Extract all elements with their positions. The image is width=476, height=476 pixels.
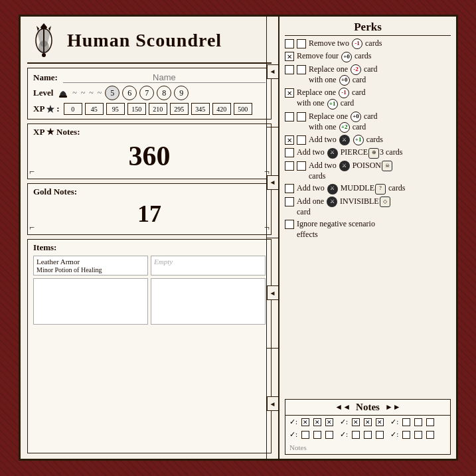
notes-check-4-2[interactable] — [313, 431, 321, 439]
name-input[interactable] — [63, 72, 266, 83]
perk-text-4: Replace one -1 card with one +1 card — [297, 88, 451, 110]
notes-check-6-2[interactable] — [414, 431, 422, 439]
arrow-section-4: ◄ — [267, 349, 278, 459]
level-9[interactable]: 9 — [174, 86, 189, 100]
perk-check-11a[interactable] — [285, 220, 294, 229]
scroll-up-3[interactable]: ◄ — [267, 285, 279, 300]
perk-text-3: Replace one -2 card with one +0 card — [309, 64, 451, 86]
arrow-section-1: ◄ — [267, 17, 278, 127]
atk-icon-9: ⚔ — [327, 184, 338, 195]
xp-45: 45 — [85, 103, 104, 115]
xp-345: 345 — [191, 103, 210, 115]
level-label: Level — [33, 88, 53, 98]
atk-icon-8: ⚔ — [339, 161, 350, 171]
perk-row-6: Add two ⚔ +1 cards — [285, 135, 451, 145]
perk-check-5b[interactable] — [297, 112, 306, 121]
left-scroll-arrows: ◄ ◄ ◄ ◄ — [266, 17, 278, 459]
perks-section: Perks Remove two -1 cards Remove four +0… — [285, 21, 451, 395]
items-bottom-grid — [33, 278, 266, 325]
perk-check-6a[interactable] — [285, 135, 294, 145]
notes-check-1-3[interactable] — [325, 418, 333, 426]
check-mark-4: ✓: — [289, 430, 297, 439]
svg-point-2 — [39, 40, 49, 54]
perk-check-8a[interactable] — [285, 161, 294, 171]
svg-marker-5 — [46, 105, 54, 113]
perk-check-3b[interactable] — [297, 65, 306, 74]
badge-zero5: +0 — [351, 112, 361, 122]
notes-check-6-3[interactable] — [426, 431, 434, 439]
perk-check-1b[interactable] — [297, 39, 306, 48]
perk-row-4: Replace one -1 card with one +1 card — [285, 88, 451, 110]
scroll-up-4[interactable]: ◄ — [267, 396, 279, 411]
perk-check-9a[interactable] — [285, 184, 294, 193]
perk-check-7a[interactable] — [285, 148, 294, 157]
notes-check-5-3[interactable] — [376, 431, 384, 439]
xp-420: 420 — [212, 103, 231, 115]
perk-check-8b[interactable] — [297, 161, 306, 171]
notes-check-3-3[interactable] — [426, 418, 434, 426]
notes-arrow-right: ►► — [385, 402, 401, 412]
level-6[interactable]: 6 — [122, 86, 137, 100]
item-big-2 — [151, 278, 266, 325]
xp-notes-section: XP ★ Notes: 360 ⌐ ¬ — [27, 123, 272, 179]
notes-arrow-left: ◄◄ — [335, 402, 351, 412]
badge-minus3: -2 — [351, 64, 361, 75]
character-icon — [27, 22, 60, 58]
gold-notes-header: Gold Notes: — [33, 187, 266, 197]
badge-minus1: -1 — [352, 39, 362, 49]
notes-check-1-2[interactable] — [313, 418, 321, 426]
character-sheet: Human Scoundrel Name: Level ~ ~ ~ ~ 5 6 — [19, 15, 458, 461]
perk-check-5a[interactable] — [285, 112, 294, 121]
perk-row-8: Add two ⚔ POISON☠ cards — [285, 161, 451, 182]
gold-corner-bl: ⌐ — [29, 222, 35, 233]
notes-check-1-1[interactable] — [301, 418, 309, 426]
scroll-up-2[interactable]: ◄ — [267, 175, 279, 190]
atk-icon-10: ⚔ — [327, 197, 337, 207]
level-row: Level ~ ~ ~ ~ 5 6 7 8 9 — [33, 86, 266, 100]
item-2: Empty — [151, 256, 266, 276]
perk-check-2a[interactable] — [285, 52, 294, 61]
level-dash-1: ~ — [72, 88, 78, 98]
perk-text-10: Add one ⚔ INVISIBLE◇ card — [297, 197, 451, 218]
name-section: Name: Level ~ ~ ~ ~ 5 6 7 8 9 — [27, 68, 272, 119]
notes-check-6-1[interactable] — [402, 431, 410, 439]
xp-notes-header: XP ★ Notes: — [33, 127, 266, 137]
notes-check-4-3[interactable] — [325, 431, 333, 439]
check-mark-1: ✓: — [289, 418, 297, 426]
badge-plus5: +2 — [339, 122, 350, 133]
perk-check-1a[interactable] — [285, 39, 294, 48]
level-dash-2: ~ — [80, 88, 86, 98]
perk-check-10a[interactable] — [285, 197, 294, 206]
xp-0: 0 — [64, 103, 82, 115]
notes-check-4-1[interactable] — [301, 431, 309, 439]
perk-check-4a[interactable] — [285, 88, 294, 98]
arrow-section-2: ◄ — [267, 127, 278, 238]
item-1: Leather Armor Minor Potion of Healing — [33, 256, 148, 276]
left-panel: Human Scoundrel Name: Level ~ ~ ~ ~ 5 6 — [21, 17, 279, 459]
notes-check-2-3[interactable] — [376, 418, 384, 426]
badge-plus6: +1 — [353, 135, 364, 145]
items-grid: Leather Armor Minor Potion of Healing Em… — [33, 256, 266, 276]
level-dash-3: ~ — [88, 88, 94, 98]
level-5[interactable]: 5 — [105, 86, 119, 100]
atk-icon-7: ⚔ — [327, 148, 338, 159]
perk-check-3a[interactable] — [285, 65, 294, 74]
notes-check-5-1[interactable] — [352, 431, 360, 439]
notes-check-row-1: ✓: ✓: ✓: — [285, 416, 450, 428]
perk-row-3: Replace one -2 card with one +0 card — [285, 64, 451, 86]
perk-row-9: Add two ⚔ MUDDLE? cards — [285, 183, 451, 194]
notes-check-2-2[interactable] — [364, 418, 372, 426]
notes-check-3-1[interactable] — [402, 418, 410, 426]
right-panel: Perks Remove two -1 cards Remove four +0… — [279, 17, 456, 459]
gold-notes-value: 17 — [33, 197, 266, 230]
level-8[interactable]: 8 — [157, 86, 171, 100]
notes-check-5-2[interactable] — [364, 431, 372, 439]
star-icon — [46, 104, 55, 114]
notes-check-2-1[interactable] — [352, 418, 360, 426]
badge-zero2: +0 — [341, 52, 352, 62]
arrow-section-3: ◄ — [267, 238, 278, 349]
level-7[interactable]: 7 — [139, 86, 154, 100]
notes-check-3-2[interactable] — [414, 418, 422, 426]
perk-check-6b[interactable] — [297, 135, 306, 145]
scroll-up-1[interactable]: ◄ — [267, 64, 279, 79]
